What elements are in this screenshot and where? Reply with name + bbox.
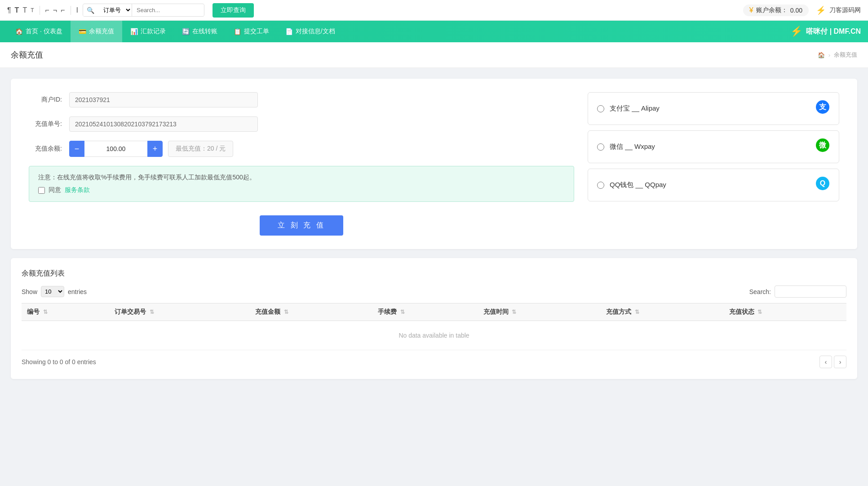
- query-button[interactable]: 立即查询: [213, 3, 254, 18]
- col-fee: 手续费 ⇅: [372, 303, 478, 321]
- payment-option-qq[interactable]: QQ钱包 __ QQpay Q: [588, 169, 839, 201]
- col-amount-label: 充值金额: [255, 308, 280, 315]
- nav-item-dashboard-label: 首页 · 仪表盘: [26, 27, 62, 36]
- top-right-area: ¥ 账户余额： 0.00 ⚡ 刀客源码网: [743, 4, 861, 16]
- search-type-select[interactable]: 订单号: [98, 4, 132, 16]
- no-data-row: No data available in table: [22, 321, 846, 350]
- table-search-input[interactable]: [775, 285, 846, 298]
- amount-decrease-button[interactable]: −: [69, 141, 84, 157]
- nav-logo: ⚡ 嗒咪付 | DMF.CN: [790, 26, 861, 37]
- alipay-radio[interactable]: [597, 105, 604, 112]
- agree-row: 同意 服务条款: [38, 186, 565, 194]
- prev-page-button[interactable]: ‹: [819, 356, 832, 368]
- nav-item-docs-label: 对接信息/文档: [296, 27, 335, 36]
- agree-checkbox[interactable]: [38, 187, 45, 194]
- main-content: 商户ID: 充值单号: 充值余额: − + 最低充值：20 / 元: [0, 68, 868, 390]
- two-col-layout: 商户ID: 充值单号: 充值余额: − + 最低充值：20 / 元: [29, 92, 839, 236]
- transfer-icon: 🔄: [182, 28, 190, 35]
- col-time-label: 充值时间: [483, 308, 509, 315]
- nav-item-recharge[interactable]: 💳 余额充值: [71, 21, 122, 42]
- page-title: 余额充值: [11, 49, 43, 60]
- breadcrumb-sep: ›: [828, 52, 830, 58]
- col-time-sort-icon[interactable]: ⇅: [512, 309, 516, 315]
- wechat-icon: 微: [815, 138, 830, 156]
- col-time: 充值时间 ⇅: [478, 303, 601, 321]
- home-icon: 🏠: [15, 28, 23, 35]
- nav-item-recharge-label: 余额充值: [89, 27, 114, 36]
- show-label: Show: [22, 288, 37, 295]
- balance-info: ¥ 账户余额： 0.00: [743, 4, 809, 16]
- table-title: 余额充值列表: [22, 269, 846, 278]
- doc-icon: 📄: [285, 28, 293, 35]
- search-input[interactable]: [132, 4, 204, 16]
- charge-no-input[interactable]: [69, 116, 258, 132]
- format-icon-2: T: [15, 6, 19, 14]
- nav-item-transfer-label: 在线转账: [192, 27, 217, 36]
- terms-link[interactable]: 服务条款: [65, 186, 90, 194]
- charge-no-row: 充值单号:: [29, 116, 574, 132]
- col-method: 充值方式 ⇅: [601, 303, 723, 321]
- col-order-no-sort-icon[interactable]: ⇅: [150, 309, 154, 315]
- merchant-id-input[interactable]: [69, 92, 258, 107]
- payment-options-column: 支付宝 __ Alipay 支 微信 __ Wxpay 微: [588, 92, 839, 236]
- next-page-button[interactable]: ›: [834, 356, 846, 368]
- notice-box: 注意：在线充值将收取%手续费用，免手续费可联系人工加款最低充值500起。 同意 …: [29, 166, 574, 202]
- payment-option-wechat[interactable]: 微信 __ Wxpay 微: [588, 130, 839, 163]
- payment-option-alipay[interactable]: 支付宝 __ Alipay 支: [588, 92, 839, 125]
- entries-per-page-select[interactable]: 10 25 50 100: [41, 286, 64, 297]
- table-search-label: Search:: [749, 288, 771, 295]
- show-entries-group: Show 10 25 50 100 entries: [22, 286, 87, 297]
- showing-entries-text: Showing 0 to 0 of 0 entries: [22, 358, 96, 366]
- col-method-sort-icon[interactable]: ⇅: [635, 309, 639, 315]
- svg-text:Q: Q: [820, 179, 825, 187]
- alipay-label: 支付宝 __ Alipay: [610, 104, 815, 113]
- format-icon-1: ¶: [7, 6, 11, 14]
- svg-text:微: 微: [819, 141, 827, 149]
- page-header: 余额充值 🏠 › 余额充值: [0, 42, 868, 68]
- nav-item-docs[interactable]: 📄 对接信息/文档: [277, 21, 343, 42]
- nav-menu: 🏠 首页 · 仪表盘 💳 余额充值 📊 汇款记录 🔄 在线转账 📋 提交工单 📄…: [0, 21, 868, 42]
- table-controls: Show 10 25 50 100 entries Search:: [22, 285, 846, 298]
- form-column: 商户ID: 充值单号: 充值余额: − + 最低充值：20 / 元: [29, 92, 574, 236]
- col-amount: 充值金额 ⇅: [250, 303, 372, 321]
- search-icon[interactable]: 🔍: [83, 4, 98, 16]
- toolbar-separator-2: [71, 6, 71, 15]
- col-fee-sort-icon[interactable]: ⇅: [400, 309, 405, 315]
- col-id-sort-icon[interactable]: ⇅: [43, 309, 48, 315]
- breadcrumb-current: 余额充值: [834, 51, 857, 59]
- amount-input[interactable]: [84, 141, 147, 157]
- format-icon-4: T: [31, 7, 34, 13]
- qq-icon: Q: [815, 176, 830, 194]
- wechat-label: 微信 __ Wxpay: [610, 143, 815, 151]
- format-icon-8: I: [76, 6, 78, 14]
- amount-group: − + 最低充值：20 / 元: [69, 141, 233, 157]
- top-toolbar: ¶ T T T ⌐ ¬ ⌐ I 🔍 订单号 立即查询 ¥ 账户余额： 0.00 …: [0, 0, 868, 21]
- wechat-radio[interactable]: [597, 143, 604, 151]
- charge-no-label: 充值单号:: [29, 120, 69, 128]
- submit-area: 立 刻 充 值: [29, 211, 574, 236]
- col-status-sort-icon[interactable]: ⇅: [757, 309, 762, 315]
- nav-item-dashboard[interactable]: 🏠 首页 · 仪表盘: [7, 21, 71, 42]
- chart-icon: 📊: [130, 28, 138, 35]
- pagination: ‹ ›: [819, 356, 846, 368]
- toolbar-format-icons: ¶ T T T ⌐ ¬ ⌐ I: [7, 6, 78, 15]
- col-fee-label: 手续费: [378, 308, 397, 315]
- breadcrumb-home-link[interactable]: 🏠: [818, 52, 825, 58]
- brand-info[interactable]: ⚡ 刀客源码网: [816, 5, 861, 15]
- col-amount-sort-icon[interactable]: ⇅: [284, 309, 288, 315]
- amount-increase-button[interactable]: +: [147, 141, 163, 157]
- nav-item-ticket[interactable]: 📋 提交工单: [226, 21, 277, 42]
- wallet-icon: 💳: [79, 28, 86, 35]
- qq-radio[interactable]: [597, 182, 604, 189]
- nav-item-transfer[interactable]: 🔄 在线转账: [174, 21, 226, 42]
- min-charge-label: 最低充值：20 / 元: [168, 141, 233, 157]
- col-order-no-label: 订单交易号: [115, 308, 146, 315]
- nav-item-records[interactable]: 📊 汇款记录: [122, 21, 174, 42]
- brand-name: 刀客源码网: [829, 6, 861, 14]
- col-id: 编号 ⇅: [22, 303, 109, 321]
- nav-logo-icon: ⚡: [790, 26, 802, 37]
- balance-label: 账户余额：: [756, 6, 788, 14]
- submit-recharge-button[interactable]: 立 刻 充 值: [260, 215, 343, 236]
- qq-label: QQ钱包 __ QQpay: [610, 181, 815, 189]
- table-card: 余额充值列表 Show 10 25 50 100 entries Search:: [11, 258, 857, 379]
